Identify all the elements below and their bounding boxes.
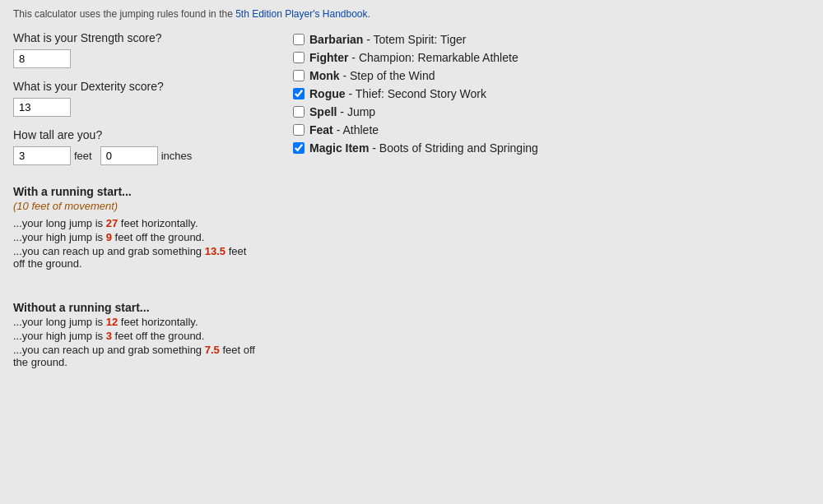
checkbox-cb_fighter[interactable] <box>293 52 305 63</box>
checkbox-row-cb_spell: Spell - Jump <box>293 105 810 118</box>
running-reach: ...you can reach up and grab something 1… <box>13 245 260 270</box>
standing-reach-pre: ...you can reach up and grab something <box>13 344 205 356</box>
checkbox-row-cb_magic: Magic Item - Boots of Striding and Sprin… <box>293 141 810 155</box>
checkbox-rest-cb_fighter: - Champion: Remarkable Athlete <box>348 51 518 64</box>
checkbox-bold-cb_fighter: Fighter <box>309 51 348 64</box>
checkbox-label-cb_magic[interactable]: Magic Item - Boots of Striding and Sprin… <box>309 141 538 155</box>
feet-label: feet <box>74 150 92 162</box>
checkbox-label-cb_feat[interactable]: Feat - Athlete <box>309 123 379 136</box>
running-heading: With a running start... <box>13 185 260 198</box>
running-reach-pre: ...you can reach up and grab something <box>13 245 205 257</box>
standing-reach-value: 7.5 <box>205 344 220 356</box>
running-reach-value: 13.5 <box>205 245 226 257</box>
right-panel: Barbarian - Totem Spirit: TigerFighter -… <box>277 31 810 370</box>
running-high-jump-value: 9 <box>106 231 112 243</box>
standing-heading: Without a running start... <box>13 301 260 314</box>
strength-input[interactable] <box>13 49 71 68</box>
results-section: With a running start... (10 feet of move… <box>13 185 260 368</box>
height-row: feet inches <box>13 146 260 165</box>
checkbox-label-cb_rogue[interactable]: Rogue - Thief: Second Story Work <box>309 87 486 100</box>
standing-long-jump-value: 12 <box>106 316 118 328</box>
checkbox-label-cb_barbarian[interactable]: Barbarian - Totem Spirit: Tiger <box>309 33 466 46</box>
standing-high-jump-value: 3 <box>106 330 112 342</box>
checkbox-cb_magic[interactable] <box>293 142 305 154</box>
standing-high-jump-post: feet off the ground. <box>112 330 205 342</box>
inches-label: inches <box>161 150 193 162</box>
checkbox-row-cb_fighter: Fighter - Champion: Remarkable Athlete <box>293 51 810 64</box>
running-long-jump-value: 27 <box>106 217 118 229</box>
dexterity-input[interactable] <box>13 98 71 117</box>
running-long-jump-pre: ...your long jump is <box>13 217 106 229</box>
checkbox-label-cb_monk[interactable]: Monk - Step of the Wind <box>309 69 435 82</box>
standing-long-jump: ...your long jump is 12 feet horizontall… <box>13 316 260 328</box>
checkbox-cb_monk[interactable] <box>293 70 305 81</box>
checkbox-bold-cb_feat: Feat <box>309 123 333 136</box>
checkbox-bold-cb_spell: Spell <box>309 105 337 118</box>
checkbox-rest-cb_rogue: - Thief: Second Story Work <box>346 87 486 100</box>
checkbox-rest-cb_barbarian: - Totem Spirit: Tiger <box>363 33 466 46</box>
intro-before-link: This calculator uses the jumping rules f… <box>13 8 235 20</box>
running-high-jump-pre: ...your high jump is <box>13 231 106 243</box>
checkbox-row-cb_rogue: Rogue - Thief: Second Story Work <box>293 87 810 100</box>
checkbox-label-cb_fighter[interactable]: Fighter - Champion: Remarkable Athlete <box>309 51 518 64</box>
checkboxes-container: Barbarian - Totem Spirit: TigerFighter -… <box>293 31 810 155</box>
running-subheading: (10 feet of movement) <box>13 200 260 212</box>
checkbox-cb_spell[interactable] <box>293 106 305 118</box>
checkbox-label-cb_spell[interactable]: Spell - Jump <box>309 105 375 118</box>
divider <box>13 271 260 286</box>
standing-high-jump-pre: ...your high jump is <box>13 330 106 342</box>
handbook-link[interactable]: 5th Edition Player's Handbook <box>235 8 367 20</box>
running-long-jump-post: feet horizontally. <box>118 217 198 229</box>
checkbox-row-cb_monk: Monk - Step of the Wind <box>293 69 810 82</box>
dexterity-label: What is your Dexterity score? <box>13 80 260 93</box>
checkbox-row-cb_barbarian: Barbarian - Totem Spirit: Tiger <box>293 33 810 46</box>
height-feet-input[interactable] <box>13 146 71 165</box>
checkbox-rest-cb_monk: - Step of the Wind <box>340 69 435 82</box>
height-label: How tall are you? <box>13 128 260 141</box>
intro-after-link: . <box>368 8 370 20</box>
checkbox-cb_rogue[interactable] <box>293 88 305 99</box>
checkbox-rest-cb_spell: - Jump <box>337 105 375 118</box>
checkbox-rest-cb_magic: - Boots of Striding and Springing <box>369 141 537 155</box>
checkbox-bold-cb_magic: Magic Item <box>309 141 369 155</box>
checkbox-bold-cb_rogue: Rogue <box>309 87 346 100</box>
checkbox-rest-cb_feat: - Athlete <box>333 123 379 136</box>
standing-long-jump-post: feet horizontally. <box>118 316 198 328</box>
checkbox-cb_feat[interactable] <box>293 124 305 136</box>
checkbox-row-cb_feat: Feat - Athlete <box>293 123 810 136</box>
intro-text: This calculator uses the jumping rules f… <box>13 8 810 20</box>
checkbox-bold-cb_barbarian: Barbarian <box>309 33 363 46</box>
main-layout: What is your Strength score? What is you… <box>13 31 810 370</box>
checkbox-bold-cb_monk: Monk <box>309 69 340 82</box>
strength-label: What is your Strength score? <box>13 31 260 44</box>
running-high-jump-post: feet off the ground. <box>112 231 205 243</box>
running-long-jump: ...your long jump is 27 feet horizontall… <box>13 217 260 229</box>
running-high-jump: ...your high jump is 9 feet off the grou… <box>13 231 260 243</box>
standing-long-jump-pre: ...your long jump is <box>13 316 106 328</box>
left-panel: What is your Strength score? What is you… <box>13 31 277 370</box>
checkbox-cb_barbarian[interactable] <box>293 34 305 45</box>
standing-reach: ...you can reach up and grab something 7… <box>13 344 260 368</box>
height-inches-input[interactable] <box>100 146 158 165</box>
standing-high-jump: ...your high jump is 3 feet off the grou… <box>13 330 260 342</box>
